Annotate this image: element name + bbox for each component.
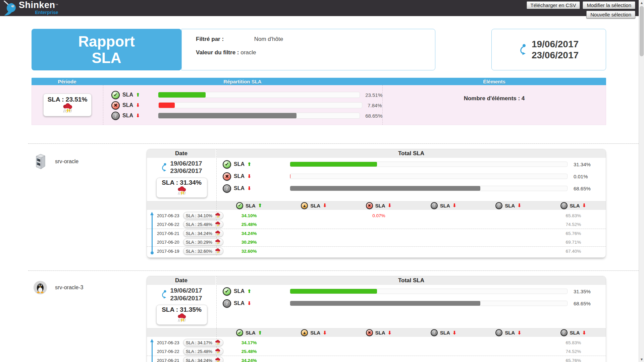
summary-row-unknown: SLA⬇ 68.65% xyxy=(111,111,382,120)
host-panel: Date 19/06/2017 23/06/2017 SLA : 31.34% xyxy=(147,149,606,258)
total-sla-header: Total SLA xyxy=(217,276,606,285)
sla-critical-value: 7.84% xyxy=(368,103,382,108)
total-row-critical: SLA⬇ 0.01% xyxy=(217,171,606,182)
date-column-header: Date xyxy=(147,276,216,285)
new-selection-button[interactable]: Nouvelle sélection xyxy=(586,11,635,18)
trend-down-icon: ⬇ xyxy=(452,202,457,208)
trend-down-icon: ⬇ xyxy=(388,202,392,208)
host-date-range: 19/06/2017 23/06/2017 xyxy=(147,287,216,302)
total-sla-column: Total SLA SLA⬆ 31.34% SLA⬇ 0.01% xyxy=(217,149,606,201)
elements-header: Éléments xyxy=(382,78,606,85)
trend-up-icon: ⬆ xyxy=(247,288,252,294)
trend-down-icon: ⬇ xyxy=(136,113,140,119)
table-row: 2017-06-23 SLA : 34.17% 34.17%65.83% xyxy=(147,338,606,347)
scrollbar-up-arrow[interactable]: ▲ xyxy=(639,0,644,5)
sla-unknown-value: 68.65% xyxy=(365,113,382,119)
host-panel: Date 19/06/2017 23/06/2017 SLA : 31.35% xyxy=(147,276,606,362)
state-unknown-icon xyxy=(495,329,502,336)
date-range-arrow-icon xyxy=(161,163,167,172)
col-critical: SLA⬇ xyxy=(346,328,411,337)
filter-panel: Filtré par : Nom d'hôte Valeur du filtre… xyxy=(181,29,435,70)
col-critical: SLA⬇ xyxy=(346,201,411,210)
date-range-arrow-icon xyxy=(161,290,167,299)
state-ok-icon xyxy=(236,202,243,209)
storm-weather-icon xyxy=(62,103,73,113)
trend-up-icon: ⬆ xyxy=(247,161,252,167)
modify-selection-button[interactable]: Modifier la sélection xyxy=(583,1,635,9)
trend-down-icon: ⬇ xyxy=(582,202,587,208)
host-sla-badge: SLA : 31.34% xyxy=(156,178,207,198)
date-column: Date 19/06/2017 23/06/2017 SLA : 31.35% xyxy=(147,276,217,328)
logo-title: Shinken xyxy=(19,0,55,10)
total-row-unknown: SLA⬇ 68.65% xyxy=(217,183,606,194)
total-row-unknown: SLA⬇ 68.65% xyxy=(217,298,606,309)
host-sla-badge: SLA : 31.35% xyxy=(156,305,207,325)
summary-band: Période Répartition SLA Éléments SLA : 2… xyxy=(32,78,606,125)
repartition-header: Répartition SLA xyxy=(103,78,382,85)
state-ok-icon xyxy=(111,91,120,99)
table-row: 2017-06-19 SLA : 32.60% 32.60%67.40% xyxy=(147,247,606,256)
date-end: 23/06/2017 xyxy=(532,50,579,61)
timeline-arrow xyxy=(152,340,153,362)
date-column: Date 19/06/2017 23/06/2017 SLA : 31.34% xyxy=(147,149,217,201)
topbar: Shinken™ Enterprise Télécharger en CSV M… xyxy=(0,0,644,16)
date-column-header: Date xyxy=(147,149,216,158)
storm-weather-icon xyxy=(177,186,187,195)
state-unknown-icon xyxy=(431,202,438,209)
filter-value: oracle xyxy=(240,49,256,56)
vertical-scrollbar[interactable]: ▲ ▼ xyxy=(639,0,644,362)
periode-cell: SLA : 23.51% xyxy=(32,85,103,125)
periode-header: Période xyxy=(32,78,103,85)
elements-cell: Nombre d'éléments : 4 xyxy=(383,85,606,125)
state-unknown-icon xyxy=(560,202,568,209)
trend-down-icon: ⬇ xyxy=(247,185,252,191)
repartition-cell: SLA⬆ 23.51% SLA⬇ 7.84% SLA⬇ xyxy=(103,85,383,125)
scrollbar-down-arrow[interactable]: ▼ xyxy=(639,357,644,362)
table-row: 2017-06-23 SLA : 34.10% 34.10%0.07%65.83… xyxy=(147,211,606,220)
timeline-arrow xyxy=(152,213,153,253)
report-title-line2: SLA xyxy=(92,50,121,66)
host-name: srv-oracle xyxy=(55,159,78,165)
storm-weather-icon xyxy=(177,313,187,322)
state-warning-icon xyxy=(301,202,308,209)
col-unknown-2: SLA⬇ xyxy=(476,201,541,210)
state-ok-icon xyxy=(223,160,231,169)
state-unknown-icon xyxy=(111,112,120,120)
report-title: Rapport SLA xyxy=(32,29,181,70)
host-section-srv-oracle-3: srv-oracle-3 Date 19/06/2017 23/06/2017 xyxy=(32,271,606,362)
total-ok-bar xyxy=(290,162,568,167)
report-date-range[interactable]: 19/06/2017 23/06/2017 xyxy=(491,29,606,70)
trend-down-icon: ⬇ xyxy=(517,202,522,208)
date-start: 19/06/2017 xyxy=(532,39,579,50)
trend-down-icon: ⬇ xyxy=(388,330,392,336)
download-csv-button[interactable]: Télécharger en CSV xyxy=(527,1,580,9)
col-unknown-2: SLA⬇ xyxy=(476,328,541,337)
trend-down-icon: ⬇ xyxy=(323,330,327,336)
total-sla-header: Total SLA xyxy=(217,149,606,158)
trend-up-icon: ⬆ xyxy=(136,92,140,98)
trend-down-icon: ⬇ xyxy=(247,173,252,179)
filtered-by-value: Nom d'hôte xyxy=(254,36,283,42)
total-row-ok: SLA⬆ 31.35% xyxy=(217,286,606,297)
scrollbar-thumb[interactable] xyxy=(640,6,644,56)
total-row-ok: SLA⬆ 31.34% xyxy=(217,159,606,170)
sla-ok-bar xyxy=(158,92,360,98)
host-section-srv-oracle: srv-oracle Date 19/06/2017 23/06/2017 xyxy=(32,144,606,258)
col-unknown-3: SLA⬇ xyxy=(541,328,606,337)
table-row: 2017-06-22 SLA : 25.48% 25.48%74.52% xyxy=(147,220,606,229)
state-unknown-icon xyxy=(560,329,568,336)
col-unknown-3: SLA⬇ xyxy=(541,201,606,210)
total-ok-bar xyxy=(290,289,568,294)
total-critical-bar xyxy=(290,174,568,179)
col-unknown-1: SLA⬇ xyxy=(411,328,476,337)
trend-down-icon: ⬇ xyxy=(247,300,252,306)
host-name: srv-oracle-3 xyxy=(55,285,83,291)
state-critical-icon xyxy=(223,172,231,181)
table-row: 2017-06-22 SLA : 25.48% 25.48%74.52% xyxy=(147,347,606,356)
state-critical-icon xyxy=(366,202,373,209)
trend-down-icon: ⬇ xyxy=(323,202,327,208)
state-critical-icon xyxy=(111,101,120,110)
sla-ok-value: 23.51% xyxy=(365,92,382,98)
state-ok-icon xyxy=(236,329,243,336)
state-unknown-icon xyxy=(495,202,502,209)
